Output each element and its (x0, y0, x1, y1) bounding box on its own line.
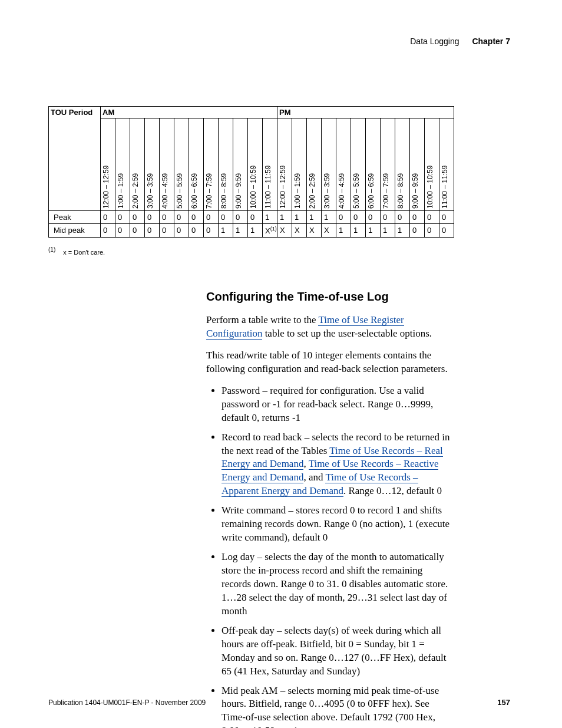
hour-cell: 7:00 – 7:59 (204, 118, 219, 211)
data-cell: 1 (248, 224, 263, 238)
row-label: Peak (49, 211, 101, 224)
running-header: Data Logging Chapter 7 (410, 37, 510, 46)
hour-cell: 8:00 – 8:59 (219, 118, 233, 211)
hour-cell: 10:00 – 10:59 (425, 118, 439, 211)
data-cell: 1 (366, 224, 381, 238)
hour-cell: 3:00 – 3:59 (145, 118, 160, 211)
data-cell: 0 (219, 211, 233, 224)
header-section: Data Logging (410, 37, 459, 46)
data-cell: 0 (101, 211, 115, 224)
table-footnote: (1) x = Don't care. (48, 246, 105, 256)
data-cell: 1 (292, 211, 307, 224)
data-cell: 0 (366, 211, 381, 224)
list-item: Record to read back – selects the record… (222, 431, 454, 499)
col-header-period: TOU Period (49, 107, 101, 211)
data-cell: 1 (219, 224, 233, 238)
data-cell: 1 (263, 211, 277, 224)
hour-cell: 4:00 – 4:59 (336, 118, 351, 211)
hour-cell: 12:00 – 12:59 (101, 118, 115, 211)
col-header-am: AM (101, 107, 277, 118)
footnote-marker: (1) (48, 246, 55, 253)
data-cell: X (307, 224, 322, 238)
hour-cell: 1:00 – 1:59 (115, 118, 130, 211)
data-cell: 0 (101, 224, 115, 238)
tou-period-table: TOU Period AM PM 12:00 – 12:591:00 – 1:5… (48, 106, 454, 238)
hour-cell: 11:00 – 11:59 (263, 118, 277, 211)
data-cell: 1 (336, 224, 351, 238)
data-cell: 0 (439, 224, 454, 238)
row-label: Mid peak (49, 224, 101, 238)
hour-cell: 5:00 – 5:59 (351, 118, 366, 211)
bullet-list: Password – required for configuration. U… (211, 384, 454, 728)
list-item: Mid peak AM – selects morning mid peak t… (222, 684, 454, 729)
data-cell: 0 (204, 211, 219, 224)
data-cell: X (292, 224, 307, 238)
data-cell: 0 (130, 211, 145, 224)
data-cell: 0 (204, 224, 219, 238)
page-number: 157 (497, 698, 510, 707)
data-cell: 0 (336, 211, 351, 224)
data-cell: 0 (425, 224, 439, 238)
hour-cell: 11:00 – 11:59 (439, 118, 454, 211)
list-item: Off-peak day – selects day(s) of week du… (222, 624, 454, 678)
data-cell: 0 (115, 211, 130, 224)
hour-cell: 7:00 – 7:59 (381, 118, 395, 211)
data-cell: 0 (410, 211, 425, 224)
data-cell: 1 (233, 224, 248, 238)
table-row: Peak000000000001111100000000 (49, 211, 454, 224)
hour-cell: 12:00 – 12:59 (277, 118, 292, 211)
col-header-pm: PM (277, 107, 454, 118)
table-row: Mid peak00000000111X(1)XXXX11111000 (49, 224, 454, 238)
header-chapter: Chapter 7 (472, 37, 510, 46)
body-text: Perform a table write to the Time of Use… (206, 314, 454, 728)
data-cell: 0 (410, 224, 425, 238)
hour-cell: 8:00 – 8:59 (395, 118, 410, 211)
data-cell: 0 (439, 211, 454, 224)
hour-cell: 2:00 – 2:59 (130, 118, 145, 211)
data-cell: 0 (189, 211, 204, 224)
hour-cell: 1:00 – 1:59 (292, 118, 307, 211)
hour-cell: 6:00 – 6:59 (366, 118, 381, 211)
hour-cell: 3:00 – 3:59 (322, 118, 336, 211)
data-cell: 0 (174, 224, 189, 238)
data-cell: 0 (381, 211, 395, 224)
paragraph: This read/write table of 10 integer elem… (206, 349, 454, 376)
list-item: Log day – selects the day of the month t… (222, 551, 454, 618)
data-cell: 0 (395, 211, 410, 224)
data-cell: 0 (351, 211, 366, 224)
data-cell: X (277, 224, 292, 238)
data-cell: 0 (145, 211, 160, 224)
hour-cell: 9:00 – 9:59 (410, 118, 425, 211)
hour-cell: 6:00 – 6:59 (189, 118, 204, 211)
table-hour-row: 12:00 – 12:591:00 – 1:592:00 – 2:593:00 … (49, 118, 454, 211)
data-cell: 0 (233, 211, 248, 224)
hour-cell: 5:00 – 5:59 (174, 118, 189, 211)
hour-cell: 2:00 – 2:59 (307, 118, 322, 211)
data-cell: 1 (395, 224, 410, 238)
publication-id: Publication 1404-UM001F-EN-P - November … (48, 699, 206, 707)
data-cell: X(1) (263, 224, 277, 238)
hour-cell: 10:00 – 10:59 (248, 118, 263, 211)
data-cell: 0 (425, 211, 439, 224)
data-cell: 0 (145, 224, 160, 238)
section-heading: Configuring the Time-of-use Log (206, 290, 389, 304)
hour-cell: 4:00 – 4:59 (160, 118, 174, 211)
data-cell: 1 (351, 224, 366, 238)
data-cell: 0 (189, 224, 204, 238)
data-cell: 0 (130, 224, 145, 238)
hour-cell: 9:00 – 9:59 (233, 118, 248, 211)
data-cell: 0 (174, 211, 189, 224)
table-header-row: TOU Period AM PM (49, 107, 454, 118)
data-cell: 1 (307, 211, 322, 224)
data-cell: 0 (115, 224, 130, 238)
data-cell: X (322, 224, 336, 238)
data-cell: 0 (160, 211, 174, 224)
list-item: Write command – stores record 0 to recor… (222, 504, 454, 545)
data-cell: 1 (322, 211, 336, 224)
list-item: Password – required for configuration. U… (222, 384, 454, 425)
data-cell: 0 (248, 211, 263, 224)
paragraph: Perform a table write to the Time of Use… (206, 314, 454, 341)
data-cell: 1 (277, 211, 292, 224)
data-cell: 0 (160, 224, 174, 238)
data-cell: 1 (381, 224, 395, 238)
